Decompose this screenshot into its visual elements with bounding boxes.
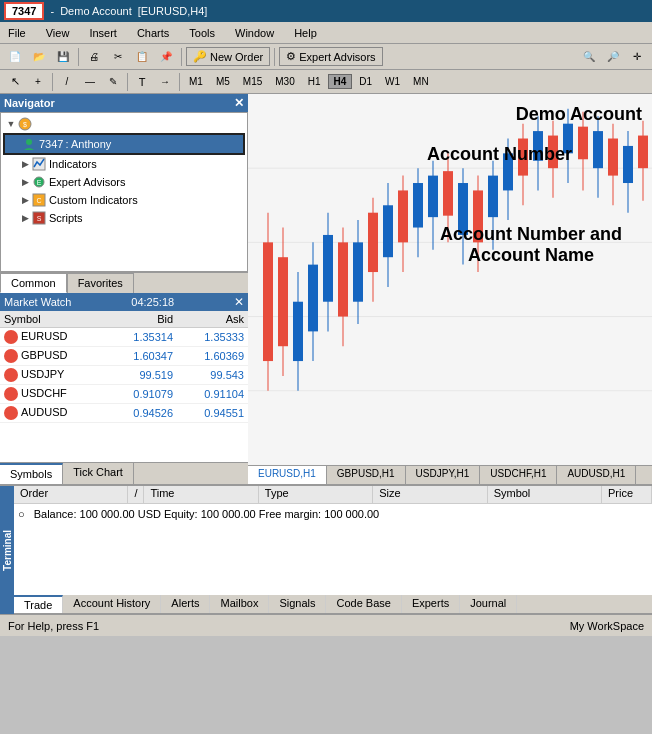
menu-insert[interactable]: Insert	[85, 25, 121, 41]
title-demo-account: Demo Account	[60, 5, 132, 17]
nav-tab-favorites[interactable]: Favorites	[67, 273, 134, 293]
nav-account-item[interactable]: 7347 : Anthony	[3, 133, 245, 155]
navigator-tabs: Common Favorites	[0, 272, 248, 293]
toolbar-cut[interactable]: ✂	[107, 46, 129, 68]
table-row[interactable]: GBPUSD 1.60347 1.60369	[0, 347, 248, 366]
expand-indicators-icon: ▶	[19, 158, 31, 170]
tf-arrow-tool[interactable]: →	[154, 71, 176, 93]
bid-usdjpy: 99.519	[106, 366, 177, 385]
nav-scripts-label: Scripts	[49, 212, 83, 224]
terminal-tab-trade[interactable]: Trade	[14, 595, 63, 613]
tf-text-tool[interactable]: T	[131, 71, 153, 93]
menu-view[interactable]: View	[42, 25, 74, 41]
toolbar-zoom-in[interactable]: 🔍	[578, 46, 600, 68]
toolbar-save[interactable]: 💾	[52, 46, 74, 68]
svg-rect-40	[443, 171, 453, 216]
ask-usdchf: 0.91104	[177, 385, 248, 404]
chart-tab-usdjpy[interactable]: USDJPY,H1	[406, 466, 481, 484]
chart-tab-eurusd[interactable]: EURUSD,H1	[248, 466, 327, 484]
toolbar-paste[interactable]: 📌	[155, 46, 177, 68]
table-row[interactable]: USDCHF 0.91079 0.91104	[0, 385, 248, 404]
chart-tab-gbpusd[interactable]: GBPUSD,H1	[327, 466, 406, 484]
nav-custom-indicators[interactable]: ▶ C Custom Indicators	[3, 191, 245, 209]
tf-m5[interactable]: M5	[210, 74, 236, 89]
nav-root[interactable]: ▼ $	[3, 115, 245, 133]
chart-tab-audusd[interactable]: AUDUSD,H1	[557, 466, 636, 484]
svg-rect-48	[503, 153, 513, 190]
svg-text:$: $	[23, 121, 27, 128]
table-row[interactable]: USDJPY 99.519 99.543	[0, 366, 248, 385]
svg-rect-24	[323, 235, 333, 302]
terminal-tab-signals[interactable]: Signals	[269, 595, 326, 613]
tf-crosshair-tool[interactable]: +	[27, 71, 49, 93]
menu-window[interactable]: Window	[231, 25, 278, 41]
terminal-tab-codebase[interactable]: Code Base	[326, 595, 401, 613]
expand-experts-icon: ▶	[19, 176, 31, 188]
navigator-close-button[interactable]: ✕	[234, 96, 244, 110]
nav-experts-label: Expert Advisors	[49, 176, 125, 188]
table-row[interactable]: EURUSD 1.35314 1.35333	[0, 328, 248, 347]
tf-m1[interactable]: M1	[183, 74, 209, 89]
toolbar-new[interactable]: 📄	[4, 46, 26, 68]
scripts-icon: S	[31, 210, 47, 226]
terminal-tab-account-history[interactable]: Account History	[63, 595, 161, 613]
ask-gbpusd: 1.60369	[177, 347, 248, 366]
nav-indicators-label: Indicators	[49, 158, 97, 170]
toolbar-print[interactable]: 🖨	[83, 46, 105, 68]
expert-advisors-button[interactable]: ⚙ Expert Advisors	[279, 47, 382, 66]
nav-tab-common[interactable]: Common	[0, 273, 67, 293]
expand-scripts-icon: ▶	[19, 212, 31, 224]
tf-h1[interactable]: H1	[302, 74, 327, 89]
market-watch-close[interactable]: ✕	[234, 295, 244, 309]
menu-help[interactable]: Help	[290, 25, 321, 41]
tf-h4[interactable]: H4	[328, 74, 353, 89]
svg-rect-64	[623, 146, 633, 183]
terminal-tab-alerts[interactable]: Alerts	[161, 595, 210, 613]
toolbar-crosshair[interactable]: ✛	[626, 46, 648, 68]
menu-tools[interactable]: Tools	[185, 25, 219, 41]
terminal-tab-mailbox[interactable]: Mailbox	[210, 595, 269, 613]
terminal-tab-experts[interactable]: Experts	[402, 595, 460, 613]
expand-icon: ▼	[5, 118, 17, 130]
symbol-audusd: AUDUSD	[0, 404, 106, 423]
nav-indicators[interactable]: ▶ Indicators	[3, 155, 245, 173]
svg-rect-44	[473, 190, 483, 242]
tf-draw-tool[interactable]: ✎	[102, 71, 124, 93]
tf-d1[interactable]: D1	[353, 74, 378, 89]
tf-m15[interactable]: M15	[237, 74, 268, 89]
svg-text:S: S	[37, 215, 42, 222]
svg-rect-46	[488, 176, 498, 218]
toolbar-open[interactable]: 📂	[28, 46, 50, 68]
toolbar-zoom-out[interactable]: 🔎	[602, 46, 624, 68]
nav-expert-advisors[interactable]: ▶ E Expert Advisors	[3, 173, 245, 191]
terminal-col-symbol: Symbol	[488, 486, 602, 503]
nav-scripts[interactable]: ▶ S Scripts	[3, 209, 245, 227]
col-bid: Bid	[106, 311, 177, 328]
chart-tab-usdchf[interactable]: USDCHF,H1	[480, 466, 557, 484]
ask-eurusd: 1.35333	[177, 328, 248, 347]
mw-tab-symbols[interactable]: Symbols	[0, 463, 63, 484]
terminal-vertical-label[interactable]: Terminal	[0, 486, 14, 614]
menu-charts[interactable]: Charts	[133, 25, 173, 41]
toolbar-copy[interactable]: 📋	[131, 46, 153, 68]
tf-hline-tool[interactable]: —	[79, 71, 101, 93]
table-row[interactable]: AUDUSD 0.94526 0.94551	[0, 404, 248, 423]
symbol-gbpusd: GBPUSD	[0, 347, 106, 366]
tf-select-tool[interactable]: ↖	[4, 71, 26, 93]
tf-m30[interactable]: M30	[269, 74, 300, 89]
custom-indicators-icon: C	[31, 192, 47, 208]
tf-w1[interactable]: W1	[379, 74, 406, 89]
terminal-tab-journal[interactable]: Journal	[460, 595, 517, 613]
svg-rect-18	[278, 257, 288, 346]
tf-line-tool[interactable]: /	[56, 71, 78, 93]
col-ask: Ask	[177, 311, 248, 328]
new-order-button[interactable]: 🔑 New Order	[186, 47, 270, 66]
menu-file[interactable]: File	[4, 25, 30, 41]
chart-svg	[248, 94, 652, 465]
tf-mn[interactable]: MN	[407, 74, 435, 89]
balance-indicator: ○	[18, 508, 25, 520]
svg-rect-28	[353, 242, 363, 301]
bid-gbpusd: 1.60347	[106, 347, 177, 366]
symbol-usdjpy: USDJPY	[0, 366, 106, 385]
mw-tab-tick[interactable]: Tick Chart	[63, 463, 134, 484]
